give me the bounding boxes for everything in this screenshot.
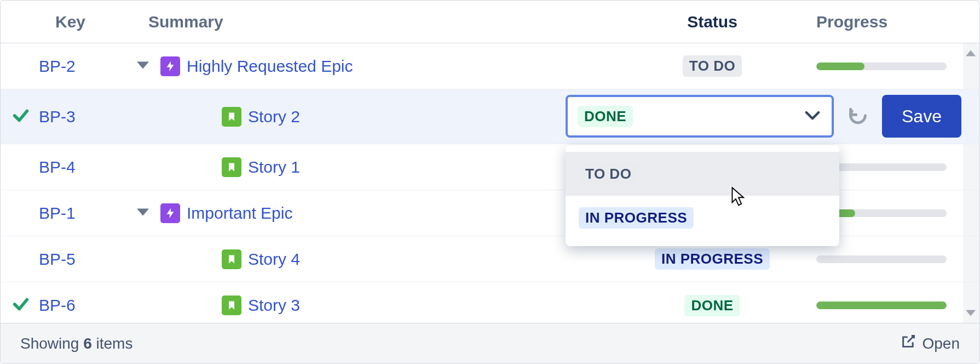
col-header-progress: Progress — [800, 13, 979, 31]
cell-status[interactable]: IN PROGRESS — [625, 248, 800, 270]
status-dropdown[interactable]: TO DOIN PROGRESS — [566, 145, 839, 246]
status-edit-controls: DONESave — [566, 95, 961, 138]
col-header-status: Status — [625, 13, 800, 31]
cell-status[interactable]: DONE — [625, 295, 800, 316]
issue-table-panel: Key Summary Status Progress BP-2Highly R… — [0, 0, 980, 364]
story-icon — [222, 157, 241, 177]
summary-link[interactable]: Story 4 — [248, 250, 300, 269]
footer-showing-prefix: Showing — [20, 335, 83, 352]
expand-toggle[interactable] — [132, 61, 154, 71]
cell-summary: Story 3 — [132, 295, 625, 315]
check-icon — [11, 106, 30, 127]
story-icon — [222, 249, 241, 269]
cell-summary: Story 4 — [132, 249, 625, 269]
summary-link[interactable]: Story 3 — [248, 296, 300, 315]
cell-progress — [800, 62, 979, 70]
cell-progress — [800, 255, 979, 263]
progress-bar — [816, 302, 947, 309]
footer-count-value: 6 — [83, 335, 92, 352]
progress-bar — [816, 62, 947, 70]
cell-summary: Highly Requested Epic — [132, 56, 625, 76]
status-select[interactable]: DONE — [566, 95, 834, 138]
status-option-lozenge: TO DO — [579, 163, 638, 185]
cell-key: BP-5 — [39, 250, 132, 269]
footer-showing-suffix: items — [92, 335, 133, 352]
summary-link[interactable]: Highly Requested Epic — [187, 57, 353, 76]
undo-icon — [847, 105, 869, 128]
epic-icon — [160, 203, 180, 223]
cell-summary: Important Epic — [132, 203, 625, 223]
cell-summary: Story 1 — [132, 157, 625, 177]
issue-key-link[interactable]: BP-5 — [39, 250, 76, 268]
progress-fill — [816, 302, 947, 309]
expand-toggle[interactable] — [132, 208, 154, 218]
status-option-lozenge: IN PROGRESS — [579, 207, 694, 229]
cell-key: BP-3 — [39, 107, 132, 126]
status-option[interactable]: IN PROGRESS — [566, 196, 839, 240]
issue-key-link[interactable]: BP-2 — [39, 57, 76, 75]
cell-summary: Story 2 — [132, 107, 625, 127]
col-header-key: Key — [11, 13, 132, 31]
story-icon — [222, 295, 241, 315]
cell-key: BP-6 — [39, 296, 132, 315]
cell-key: BP-1 — [39, 204, 132, 223]
footer-count: Showing 6 items — [20, 335, 132, 352]
status-lozenge: TO DO — [683, 55, 742, 77]
table-row[interactable]: BP-2Highly Requested EpicTO DO — [1, 43, 979, 89]
issue-key-link[interactable]: BP-3 — [39, 107, 76, 126]
chevron-down-icon — [804, 110, 821, 123]
progress-bar — [816, 255, 947, 263]
row-done-indicator — [11, 295, 39, 316]
summary-link[interactable]: Important Epic — [187, 204, 292, 223]
cell-key: BP-2 — [39, 57, 132, 76]
caret-down-icon — [137, 61, 149, 71]
table-header: Key Summary Status Progress — [1, 1, 979, 43]
check-icon — [11, 295, 30, 316]
caret-down-icon — [137, 208, 149, 218]
save-button[interactable]: Save — [882, 95, 961, 138]
row-done-indicator — [11, 106, 39, 127]
issue-key-link[interactable]: BP-4 — [39, 158, 76, 176]
summary-link[interactable]: Story 2 — [248, 107, 300, 126]
summary-link[interactable]: Story 1 — [248, 158, 300, 177]
cell-status[interactable]: TO DO — [625, 55, 800, 77]
cell-key: BP-4 — [39, 158, 132, 177]
status-lozenge: IN PROGRESS — [655, 248, 770, 270]
progress-fill — [816, 62, 864, 70]
revert-button[interactable] — [843, 101, 873, 132]
cell-progress — [800, 302, 979, 309]
status-lozenge: DONE — [684, 295, 740, 316]
external-link-icon — [901, 334, 916, 353]
table-row[interactable]: BP-6Story 3DONE — [1, 282, 979, 323]
status-option[interactable]: TO DO — [566, 152, 839, 196]
status-select-value: DONE — [578, 106, 633, 127]
table-footer: Showing 6 items Open — [1, 323, 979, 363]
table-row[interactable]: BP-3Story 2DONESave — [1, 89, 979, 144]
open-link[interactable]: Open — [901, 334, 960, 353]
epic-icon — [160, 56, 180, 76]
col-header-summary: Summary — [132, 13, 625, 31]
issue-key-link[interactable]: BP-1 — [39, 204, 76, 222]
issue-key-link[interactable]: BP-6 — [39, 296, 76, 314]
story-icon — [222, 107, 241, 127]
open-label: Open — [923, 335, 960, 352]
